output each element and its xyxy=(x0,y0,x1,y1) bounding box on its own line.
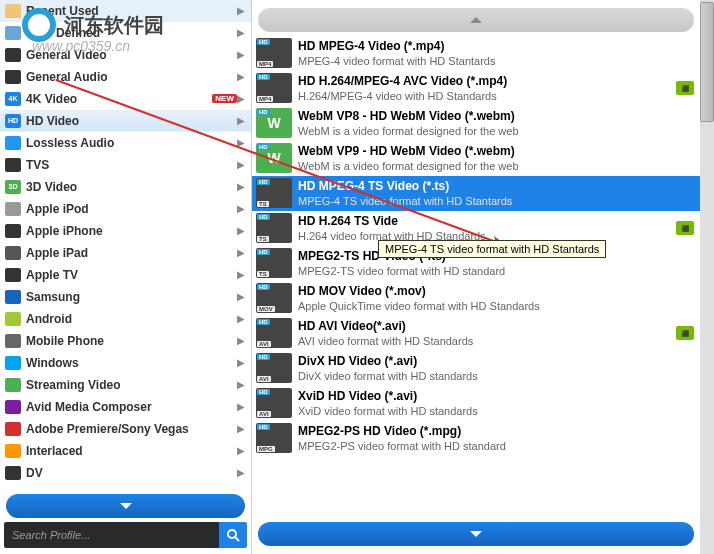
chevron-right-icon: ▶ xyxy=(237,379,245,390)
scrollbar[interactable] xyxy=(700,0,714,554)
category-item-genv[interactable]: General Video▶ xyxy=(0,44,251,66)
chevron-right-icon: ▶ xyxy=(237,137,245,148)
category-item-mobile[interactable]: Mobile Phone▶ xyxy=(0,330,251,352)
format-description: WebM is a video format designed for the … xyxy=(298,124,694,138)
format-title: HD H.264 TS Vide xyxy=(298,214,672,229)
category-item-iphone[interactable]: Apple iPhone▶ xyxy=(0,220,251,242)
scrollbar-track[interactable] xyxy=(700,0,714,554)
category-item-recent[interactable]: Recent Used▶ xyxy=(0,0,251,22)
user-icon xyxy=(5,26,21,40)
category-label: Interlaced xyxy=(26,444,237,458)
chevron-right-icon: ▶ xyxy=(237,445,245,456)
format-item[interactable]: HDMP4HD H.264/MPEG-4 AVC Video (*.mp4)H.… xyxy=(252,71,700,106)
chevron-right-icon: ▶ xyxy=(237,93,245,104)
format-item[interactable]: HDWWebM VP8 - HD WebM Video (*.webm)WebM… xyxy=(252,106,700,141)
format-title: MPEG2-PS HD Video (*.mpg) xyxy=(298,424,694,439)
category-expand-down-button[interactable] xyxy=(6,494,245,518)
category-item-user[interactable]: User Defined▶ xyxy=(0,22,251,44)
category-label: Apple TV xyxy=(26,268,237,282)
format-title: HD MPEG-4 TS Video (*.ts) xyxy=(298,179,694,194)
format-item[interactable]: HDMOVHD MOV Video (*.mov)Apple QuickTime… xyxy=(252,281,700,316)
tooltip: MPEG-4 TS video format with HD Stantards xyxy=(378,240,606,258)
format-title: XviD HD Video (*.avi) xyxy=(298,389,694,404)
format-description: WebM is a video format designed for the … xyxy=(298,159,694,173)
iphone-icon xyxy=(5,224,21,238)
chevron-right-icon: ▶ xyxy=(237,181,245,192)
category-item-lossless[interactable]: Lossless Audio▶ xyxy=(0,132,251,154)
category-item-adobe[interactable]: Adobe Premiere/Sony Vegas▶ xyxy=(0,418,251,440)
category-label: TVS xyxy=(26,158,237,172)
format-description: MPEG-4 TS video format with HD Stantards xyxy=(298,194,694,208)
search-button[interactable] xyxy=(219,522,247,548)
chevron-right-icon: ▶ xyxy=(237,269,245,280)
category-item-ipad[interactable]: Apple iPad▶ xyxy=(0,242,251,264)
category-item-windows[interactable]: Windows▶ xyxy=(0,352,251,374)
category-item-avid[interactable]: Avid Media Composer▶ xyxy=(0,396,251,418)
genv-icon xyxy=(5,48,21,62)
search-input[interactable] xyxy=(4,522,219,548)
category-label: Streaming Video xyxy=(26,378,237,392)
format-item[interactable]: HDMP4HD MPEG-4 Video (*.mp4)MPEG-4 video… xyxy=(252,36,700,71)
category-item-gena[interactable]: General Audio▶ xyxy=(0,66,251,88)
category-label: Avid Media Composer xyxy=(26,400,237,414)
chevron-right-icon: ▶ xyxy=(237,5,245,16)
category-item-samsung[interactable]: Samsung▶ xyxy=(0,286,251,308)
category-item-stream[interactable]: Streaming Video▶ xyxy=(0,374,251,396)
format-item[interactable]: HDWWebM VP9 - HD WebM Video (*.webm)WebM… xyxy=(252,141,700,176)
chevron-right-icon: ▶ xyxy=(237,401,245,412)
chevron-right-icon: ▶ xyxy=(237,467,245,478)
category-item-hd[interactable]: HDHD Video▶ xyxy=(0,110,251,132)
nvidia-badge-icon: ⬛ xyxy=(676,221,694,235)
appletv-icon xyxy=(5,268,21,282)
lossless-icon xyxy=(5,136,21,150)
chevron-right-icon: ▶ xyxy=(237,291,245,302)
category-item-ipod[interactable]: Apple iPod▶ xyxy=(0,198,251,220)
format-description: XviD video format with HD standards xyxy=(298,404,694,418)
category-panel: Recent Used▶User Defined▶General Video▶G… xyxy=(0,0,252,554)
category-label: DV xyxy=(26,466,237,480)
format-description: MPEG2-PS video format with HD standard xyxy=(298,439,694,453)
windows-icon xyxy=(5,356,21,370)
category-item-interlaced[interactable]: Interlaced▶ xyxy=(0,440,251,462)
category-item-dv[interactable]: DV▶ xyxy=(0,462,251,484)
format-icon: HDW xyxy=(256,143,292,173)
format-icon: HDAVI xyxy=(256,353,292,383)
search-icon xyxy=(226,528,240,542)
format-item[interactable]: HDMPGMPEG2-PS HD Video (*.mpg)MPEG2-PS v… xyxy=(252,421,700,456)
format-icon: HDAVI xyxy=(256,388,292,418)
format-scroll-down-button[interactable] xyxy=(258,522,694,546)
format-icon: HDW xyxy=(256,108,292,138)
chevron-right-icon: ▶ xyxy=(237,313,245,324)
format-icon: HDTS xyxy=(256,248,292,278)
nvidia-badge-icon: ⬛ xyxy=(676,326,694,340)
format-panel: HDMP4HD MPEG-4 Video (*.mp4)MPEG-4 video… xyxy=(252,0,700,554)
category-label: Windows xyxy=(26,356,237,370)
category-label: General Video xyxy=(26,48,237,62)
chevron-right-icon: ▶ xyxy=(237,247,245,258)
tvs-icon xyxy=(5,158,21,172)
format-icon: HDTS xyxy=(256,213,292,243)
format-item[interactable]: HDAVIDivX HD Video (*.avi)DivX video for… xyxy=(252,351,700,386)
scrollbar-thumb[interactable] xyxy=(700,2,714,122)
category-item-4k[interactable]: 4K4K VideoNEW▶ xyxy=(0,88,251,110)
category-item-appletv[interactable]: Apple TV▶ xyxy=(0,264,251,286)
hd-icon: HD xyxy=(5,114,21,128)
format-title: HD AVI Video(*.avi) xyxy=(298,319,672,334)
interlaced-icon xyxy=(5,444,21,458)
category-item-android[interactable]: Android▶ xyxy=(0,308,251,330)
format-title: WebM VP8 - HD WebM Video (*.webm) xyxy=(298,109,694,124)
ipad-icon xyxy=(5,246,21,260)
chevron-right-icon: ▶ xyxy=(237,335,245,346)
category-item-3d[interactable]: 3D3D Video▶ xyxy=(0,176,251,198)
4k-icon: 4K xyxy=(5,92,21,106)
category-item-tvs[interactable]: TVS▶ xyxy=(0,154,251,176)
format-item[interactable]: HDAVIXviD HD Video (*.avi)XviD video for… xyxy=(252,386,700,421)
format-item[interactable]: HDAVIHD AVI Video(*.avi)AVI video format… xyxy=(252,316,700,351)
mobile-icon xyxy=(5,334,21,348)
chevron-right-icon: ▶ xyxy=(237,225,245,236)
svg-line-1 xyxy=(235,537,239,541)
format-item[interactable]: HDTSHD MPEG-4 TS Video (*.ts)MPEG-4 TS v… xyxy=(252,176,700,211)
format-scroll-up-button[interactable] xyxy=(258,8,694,32)
android-icon xyxy=(5,312,21,326)
adobe-icon xyxy=(5,422,21,436)
